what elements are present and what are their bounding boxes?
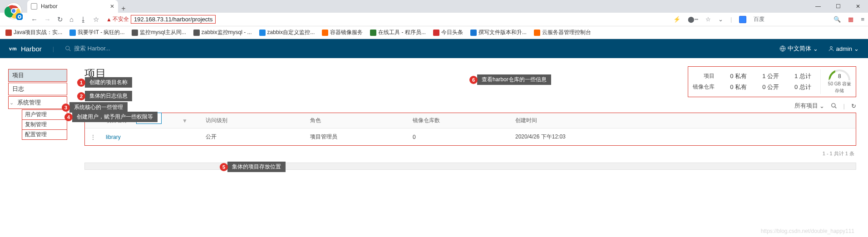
bookmark-label: zabbix自定义监控... bbox=[267, 29, 315, 36]
horizontal-scrollbar[interactable] bbox=[84, 163, 856, 170]
summary-proj-total: 1 总计 bbox=[794, 72, 811, 80]
cell-role: 项目管理员 bbox=[306, 133, 408, 141]
sidebar: 项目 日志 ⌄ 系统管理 用户管理 复制管理 配置管理 bbox=[0, 58, 73, 237]
bookmark-item[interactable]: 撰写文件版本和升... bbox=[470, 29, 527, 36]
key-icon[interactable]: ⬤┉ bbox=[688, 16, 698, 23]
storage-gauge: 8 50 GB 容量 存储 bbox=[820, 69, 851, 94]
vm-logo-text: vm bbox=[9, 46, 17, 51]
bookmark-item[interactable]: zabbix自定义监控... bbox=[259, 29, 315, 36]
harbor-search[interactable]: 搜索 Harbor... bbox=[65, 44, 110, 53]
new-tab-button[interactable]: + bbox=[118, 5, 129, 13]
address-bar: ← → ↻ ⌂ ⭳ ☆ ▲ 不安全 192.168.73.11/harbor/p… bbox=[0, 13, 868, 26]
bookmark-label: 云服务器管理控制台 bbox=[542, 29, 591, 36]
annotation-5: 5集体的项目存放位置 bbox=[220, 162, 286, 172]
bookmark-label: 我要学IT - 疯狂的... bbox=[78, 29, 124, 36]
download-button[interactable]: ⭳ bbox=[80, 15, 87, 24]
project-filter[interactable]: 所有项目 ⌄ bbox=[794, 102, 824, 110]
summary-repo-label: 镜像仓库 bbox=[693, 83, 715, 91]
annotation-6: 6查看harbor仓库的一些信息 bbox=[469, 74, 551, 85]
sidebar-item-replication[interactable]: 复制管理 bbox=[22, 120, 67, 130]
minimize-button[interactable]: — bbox=[808, 0, 828, 13]
svg-point-6 bbox=[830, 46, 832, 49]
url-input[interactable]: 192.168.73.11/harbor/projects bbox=[131, 15, 216, 24]
user-menu[interactable]: admin ⌄ bbox=[828, 45, 859, 52]
col-repo[interactable]: 镜像仓库数 bbox=[408, 117, 511, 124]
reload-button[interactable]: ↻ bbox=[57, 15, 63, 24]
search-icon[interactable] bbox=[831, 103, 837, 109]
bookmark-label: 撰写文件版本和升... bbox=[478, 29, 527, 36]
filter-icon[interactable]: ▼ bbox=[182, 118, 187, 124]
bookmark-favicon-icon bbox=[470, 30, 477, 36]
menu-icon[interactable]: ≡ bbox=[861, 16, 864, 23]
bookmark-favicon-icon bbox=[370, 30, 376, 36]
search-engine-label: 百度 bbox=[754, 15, 764, 23]
cell-access: 公开 bbox=[201, 133, 306, 141]
bookmark-favicon-icon bbox=[259, 30, 266, 36]
table-row[interactable]: ⋮ library 公开 项目管理员 0 2020/4/26 下午12:03 bbox=[85, 128, 856, 145]
col-role[interactable]: 角色 bbox=[306, 117, 408, 124]
sidebar-item-config[interactable]: 配置管理 bbox=[22, 130, 67, 139]
bookmark-item[interactable]: 容器镜像服务 bbox=[322, 29, 363, 36]
chevron-down-icon: ⌄ bbox=[9, 100, 14, 106]
bookmark-favicon-icon bbox=[193, 30, 200, 36]
refresh-button[interactable]: ↻ bbox=[851, 103, 856, 109]
chevron-down-icon[interactable]: ⌄ bbox=[718, 16, 723, 23]
baidu-icon bbox=[739, 16, 746, 23]
bookmark-item[interactable]: 监控mysql主从同... bbox=[132, 29, 186, 36]
insecure-badge[interactable]: ▲ 不安全 bbox=[106, 15, 129, 23]
favorite-button[interactable]: ☆ bbox=[93, 15, 99, 24]
sidebar-item-users[interactable]: 用户管理 bbox=[22, 110, 67, 120]
bookmark-favicon-icon bbox=[534, 30, 540, 36]
tab-title: Harbor bbox=[41, 3, 106, 10]
col-access[interactable]: 访问级别 bbox=[201, 117, 306, 124]
bookmark-item[interactable]: 我要学IT - 疯狂的... bbox=[69, 29, 124, 36]
row-actions-icon[interactable]: ⋮ bbox=[85, 134, 101, 140]
bookmark-item[interactable]: 今日头条 bbox=[433, 29, 463, 36]
bookmark-item[interactable]: zabbix监控mysql - ... bbox=[193, 29, 252, 36]
bookmark-favicon-icon bbox=[5, 30, 12, 36]
user-icon bbox=[828, 45, 834, 52]
table-footer: 1 - 1 共计 1 条 bbox=[84, 146, 856, 162]
col-time[interactable]: 创建时间 bbox=[511, 117, 856, 124]
cell-repo: 0 bbox=[408, 134, 511, 140]
sidebar-item-logs[interactable]: 日志 bbox=[9, 83, 67, 95]
annotation-2: 2集体的日志信息 bbox=[77, 91, 132, 101]
bookmark-label: Java项目实战：实... bbox=[14, 29, 62, 36]
url-wrap: ▲ 不安全 192.168.73.11/harbor/projects bbox=[106, 15, 216, 24]
chevron-down-icon: ⌄ bbox=[854, 45, 859, 52]
bookmark-favicon-icon bbox=[69, 30, 76, 36]
bookmark-item[interactable]: 云服务器管理控制台 bbox=[534, 29, 591, 36]
browser-tab[interactable]: Harbor ✕ bbox=[27, 0, 118, 13]
close-window-button[interactable]: ✕ bbox=[848, 0, 868, 13]
bookmark-item[interactable]: 在线工具 - 程序员... bbox=[370, 29, 426, 36]
bookmark-item[interactable]: Java项目实战：实... bbox=[5, 29, 62, 36]
home-button[interactable]: ⌂ bbox=[69, 15, 74, 24]
summary-proj-public: 1 公开 bbox=[762, 72, 779, 80]
harbor-logo[interactable]: vm Harbor bbox=[9, 45, 42, 53]
sidebar-item-projects[interactable]: 项目 bbox=[9, 69, 67, 81]
bookmark-label: zabbix监控mysql - ... bbox=[202, 29, 252, 36]
forward-button[interactable]: → bbox=[44, 15, 51, 24]
chevron-down-icon: ⌄ bbox=[813, 45, 818, 52]
close-tab-icon[interactable]: ✕ bbox=[110, 3, 114, 10]
flash-icon[interactable]: ⚡ bbox=[673, 16, 681, 23]
annotation-4: 4创建用户，赋予用户一些权限等 bbox=[64, 112, 158, 122]
project-link[interactable]: library bbox=[106, 134, 121, 140]
pdf-icon[interactable]: ▦ bbox=[848, 16, 853, 23]
summary-proj-private: 0 私有 bbox=[730, 72, 747, 80]
star-icon[interactable]: ☆ bbox=[705, 16, 711, 23]
harbor-brand: Harbor bbox=[21, 45, 42, 53]
search-icon[interactable]: 🔍 bbox=[833, 16, 841, 23]
svg-point-7 bbox=[831, 104, 835, 107]
maximize-button[interactable]: ☐ bbox=[828, 0, 848, 13]
favicon-icon bbox=[31, 3, 37, 10]
search-icon bbox=[65, 45, 71, 52]
table-header: 项目名称▼ 访问级别 角色 镜像仓库数 创建时间 bbox=[85, 113, 856, 128]
language-selector[interactable]: 中文简体 ⌄ bbox=[779, 44, 818, 53]
bookmark-favicon-icon bbox=[433, 30, 439, 36]
bookmark-label: 今日头条 bbox=[441, 29, 463, 36]
summary-repo-private: 0 私有 bbox=[730, 83, 747, 91]
search-placeholder: 搜索 Harbor... bbox=[74, 44, 110, 53]
back-button[interactable]: ← bbox=[31, 15, 38, 24]
sidebar-item-system[interactable]: ⌄ 系统管理 bbox=[8, 96, 67, 109]
